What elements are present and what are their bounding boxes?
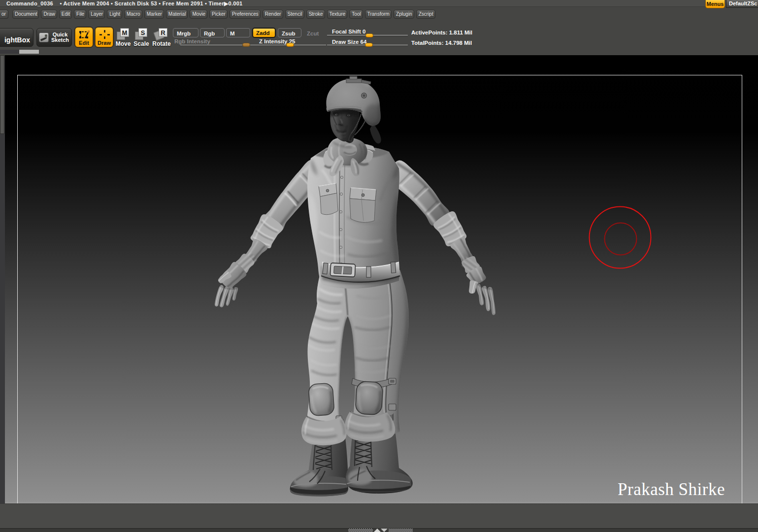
- total-points-readout: TotalPoints: 14.798 Mil: [411, 40, 472, 46]
- zbrush-window: Commando_0036 • Active Mem 2004 • Scratc…: [0, 0, 758, 532]
- rotate-button[interactable]: R Rotate: [151, 27, 172, 47]
- menu-item-transform[interactable]: Transform: [365, 10, 392, 19]
- zsub-button[interactable]: Zsub: [278, 28, 301, 37]
- menu-item-movie[interactable]: Movie: [190, 10, 207, 19]
- document-title-and-stats: Commando_0036 • Active Mem 2004 • Scratc…: [6, 0, 243, 7]
- menu-bar: orDocumentDrawEditFileLayerLightMacroMar…: [0, 8, 758, 20]
- draw-button[interactable]: Draw: [95, 27, 113, 47]
- menu-item-document[interactable]: Document: [12, 10, 39, 19]
- menu-item-layer[interactable]: Layer: [88, 10, 105, 19]
- bottom-bar: [0, 503, 758, 528]
- menu-item-color-cut[interactable]: or: [0, 10, 8, 19]
- right-hand: [461, 256, 495, 315]
- bottom-divider-handle[interactable]: [348, 529, 413, 532]
- draw-label: Draw: [96, 40, 113, 46]
- lightbox-button[interactable]: ightBox: [0, 28, 33, 47]
- active-points-readout: ActivePoints: 1.811 Mil: [411, 30, 472, 35]
- draw-size-knob[interactable]: [365, 43, 373, 47]
- scale-letter: S: [138, 28, 147, 37]
- draw-pointer-icon: [99, 30, 110, 39]
- title-bar: Commando_0036 • Active Mem 2004 • Scratc…: [0, 0, 758, 7]
- arrow-up-icon: [374, 529, 381, 532]
- menu-item-preferences[interactable]: Preferences: [230, 10, 261, 19]
- rgb-intensity-label: Rgb Intensity: [174, 38, 210, 44]
- rgb-button[interactable]: Rgb: [200, 28, 225, 37]
- quick-sketch-label: Quick Sketch: [51, 32, 69, 43]
- scale-button[interactable]: S Scale: [131, 27, 152, 47]
- focal-shift-knob[interactable]: [365, 33, 373, 37]
- menu-item-draw[interactable]: Draw: [41, 10, 57, 19]
- vscroll-thumb[interactable]: [0, 55, 4, 134]
- menu-item-stroke[interactable]: Stroke: [306, 10, 325, 19]
- menu-item-zplugin[interactable]: Zplugin: [394, 10, 414, 19]
- rotate-label: Rotate: [151, 40, 172, 47]
- menu-item-edit[interactable]: Edit: [59, 10, 72, 19]
- quick-sketch-button[interactable]: Quick Sketch: [36, 28, 72, 47]
- rgb-intensity-knob[interactable]: [242, 43, 250, 47]
- commando-sculpt: [215, 76, 495, 497]
- sculpt-figure: [5, 55, 758, 503]
- focal-shift-label: Focal Shift 0: [332, 29, 365, 34]
- document-canvas[interactable]: Prakash Shirke: [5, 55, 758, 503]
- menu-item-texture[interactable]: Texture: [327, 10, 348, 19]
- divider-arrows: [373, 529, 389, 532]
- move-letter: M: [120, 28, 129, 37]
- vertical-scrollbar[interactable]: [0, 55, 5, 503]
- menu-item-tool[interactable]: Tool: [349, 10, 363, 19]
- rgb-intensity-slider[interactable]: [180, 45, 326, 45]
- rotate-letter: R: [159, 28, 167, 37]
- brush-cursor-circles: [588, 206, 653, 271]
- zadd-button[interactable]: Zadd: [252, 28, 276, 38]
- left-hand: [215, 252, 257, 307]
- m-button[interactable]: M: [226, 28, 250, 37]
- artist-signature: Prakash Shirke: [618, 480, 725, 499]
- titlebar-buttons: Menus DefaultZSc: [705, 0, 758, 8]
- menu-item-material[interactable]: Material: [166, 10, 188, 19]
- menu-item-zscript[interactable]: Zscript: [416, 10, 435, 19]
- menu-item-stencil[interactable]: Stencil: [285, 10, 304, 19]
- menu-item-picker[interactable]: Picker: [209, 10, 228, 19]
- edit-transform-icon: [79, 31, 90, 39]
- edit-button[interactable]: Edit: [75, 27, 93, 47]
- z-intensity-knob[interactable]: [286, 43, 294, 47]
- quick-sketch-icon: [39, 33, 49, 42]
- zcut-button[interactable]: Zcut: [303, 28, 325, 37]
- hscroll-thumb[interactable]: [19, 50, 39, 54]
- edit-label: Edit: [75, 40, 93, 46]
- default-zscript-button[interactable]: DefaultZSc: [726, 0, 758, 8]
- menu-item-render[interactable]: Render: [263, 10, 283, 19]
- horizontal-scrollbar[interactable]: [0, 49, 79, 54]
- menu-item-marker[interactable]: Marker: [144, 10, 164, 19]
- menu-item-macro[interactable]: Macro: [124, 10, 142, 19]
- menus-button[interactable]: Menus: [705, 0, 725, 8]
- scale-label: Scale: [131, 40, 152, 47]
- draw-size-label: Draw Size 64: [332, 39, 366, 45]
- arrow-down-icon: [381, 529, 388, 532]
- mrgb-button[interactable]: Mrgb: [173, 28, 198, 37]
- top-shelf-toolbar: ightBox Quick Sketch Edit: [0, 20, 758, 55]
- menu-item-light[interactable]: Light: [107, 10, 122, 19]
- menu-item-file[interactable]: File: [74, 10, 86, 19]
